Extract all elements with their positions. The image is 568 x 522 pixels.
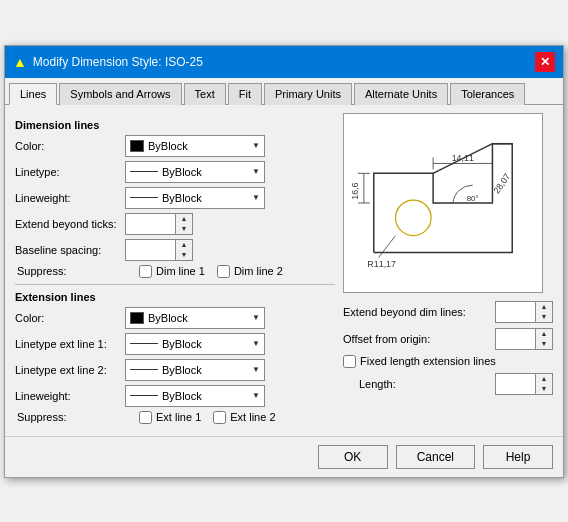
ext-suppress-label: Suppress: [17,411,127,423]
dim-line-1-label: Dim line 1 [156,265,205,277]
dim-lines-title: Dimension lines [15,119,335,131]
ext-linetype2-dropdown[interactable]: ByBlock ▼ [125,359,265,381]
ext-lineweight-row: Lineweight: ByBlock ▼ [15,385,335,407]
ext-lineweight-label: Lineweight: [15,390,125,402]
tab-primary-units[interactable]: Primary Units [264,83,352,105]
spinbox-buttons: ▲ ▼ [535,301,553,323]
offset-input[interactable]: 0 [495,328,535,350]
spinbox-up[interactable]: ▲ [536,302,552,312]
line-preview [130,369,158,370]
tab-bar: Lines Symbols and Arrows Text Fit Primar… [5,78,563,105]
bottom-bar: OK Cancel Help [5,436,563,477]
extend-ticks-spinbox[interactable]: 0 ▲ ▼ [125,213,193,235]
spinbox-down[interactable]: ▼ [176,250,192,260]
dim-linetype-dropdown[interactable]: ByBlock ▼ [125,161,265,183]
dim-suppress-row: Suppress: Dim line 1 Dim line 2 [15,265,335,278]
ext-line-1-check[interactable]: Ext line 1 [139,411,201,424]
svg-text:14,11: 14,11 [452,153,474,163]
spinbox-down[interactable]: ▼ [536,312,552,322]
ext-line-2-checkbox[interactable] [213,411,226,424]
dim-lineweight-row: Lineweight: ByBlock ▼ [15,187,335,209]
chevron-down-icon: ▼ [252,193,260,202]
preview-svg: 14,11 16,6 28,07 80° R11,17 [344,114,542,292]
title-bar: ▲ Modify Dimension Style: ISO-25 ✕ [5,46,563,78]
svg-text:R11,17: R11,17 [367,259,396,269]
preview-box: 14,11 16,6 28,07 80° R11,17 [343,113,543,293]
baseline-spinbox[interactable]: 10 ▲ ▼ [125,239,193,261]
dim-color-dropdown[interactable]: ByBlock ▼ [125,135,265,157]
dim-linetype-row: Linetype: ByBlock ▼ [15,161,335,183]
tab-text[interactable]: Text [184,83,226,105]
ext-linetype2-row: Linetype ext line 2: ByBlock ▼ [15,359,335,381]
app-icon: ▲ [13,54,27,70]
ext-lineweight-value: ByBlock [162,390,202,402]
dim-color-value: ByBlock [148,140,188,152]
dim-line-2-checkbox[interactable] [217,265,230,278]
spinbox-buttons: ▲ ▼ [535,328,553,350]
color-swatch [130,140,144,152]
tab-fit[interactable]: Fit [228,83,262,105]
dim-line-1-checkbox[interactable] [139,265,152,278]
dim-linetype-label: Linetype: [15,166,125,178]
extend-dim-spinbox[interactable]: 2 ▲ ▼ [495,301,553,323]
ext-suppress-row: Suppress: Ext line 1 Ext line 2 [15,411,335,424]
right-form: Extend beyond dim lines: 2 ▲ ▼ Offset fr… [343,301,553,395]
tab-tolerances[interactable]: Tolerances [450,83,525,105]
ok-button[interactable]: OK [318,445,388,469]
fixed-length-checkbox[interactable] [343,355,356,368]
spinbox-buttons: ▲ ▼ [175,239,193,261]
right-panel: 14,11 16,6 28,07 80° R11,17 [343,113,553,428]
spinbox-down[interactable]: ▼ [176,224,192,234]
tab-alternate-units[interactable]: Alternate Units [354,83,448,105]
help-button[interactable]: Help [483,445,553,469]
length-row: Length: 1 ▲ ▼ [343,373,553,395]
extend-dim-input[interactable]: 2 [495,301,535,323]
dim-lineweight-label: Lineweight: [15,192,125,204]
spinbox-down[interactable]: ▼ [536,339,552,349]
ext-linetype2-value: ByBlock [162,364,202,376]
dim-line-1-check[interactable]: Dim line 1 [139,265,205,278]
cancel-button[interactable]: Cancel [396,445,475,469]
baseline-spacing-label: Baseline spacing: [15,244,125,256]
svg-text:80°: 80° [467,194,479,203]
dim-line-2-label: Dim line 2 [234,265,283,277]
fixed-length-label: Fixed length extension lines [360,355,496,367]
ext-line-1-checkbox[interactable] [139,411,152,424]
tab-lines[interactable]: Lines [9,83,57,105]
dim-lineweight-dropdown[interactable]: ByBlock ▼ [125,187,265,209]
spinbox-down[interactable]: ▼ [536,384,552,394]
divider [15,284,335,285]
ext-color-row: Color: ByBlock ▼ [15,307,335,329]
spinbox-up[interactable]: ▲ [536,374,552,384]
ext-color-label: Color: [15,312,125,324]
offset-spinbox[interactable]: 0 ▲ ▼ [495,328,553,350]
ext-linetype2-label: Linetype ext line 2: [15,364,125,376]
length-label: Length: [343,378,495,390]
extend-ticks-input[interactable]: 0 [125,213,175,235]
line-preview [130,343,158,344]
dim-line-2-check[interactable]: Dim line 2 [217,265,283,278]
length-spinbox[interactable]: 1 ▲ ▼ [495,373,553,395]
extend-ticks-label: Extend beyond ticks: [15,218,125,230]
extend-dim-label: Extend beyond dim lines: [343,306,495,318]
ext-lineweight-dropdown[interactable]: ByBlock ▼ [125,385,265,407]
color-swatch [130,312,144,324]
main-content: Dimension lines Color: ByBlock ▼ Linetyp… [5,105,563,436]
spinbox-up[interactable]: ▲ [176,214,192,224]
ext-color-value: ByBlock [148,312,188,324]
baseline-input[interactable]: 10 [125,239,175,261]
svg-text:16,6: 16,6 [350,182,360,199]
ext-color-dropdown[interactable]: ByBlock ▼ [125,307,265,329]
extend-dim-row: Extend beyond dim lines: 2 ▲ ▼ [343,301,553,323]
spinbox-up[interactable]: ▲ [176,240,192,250]
length-input[interactable]: 1 [495,373,535,395]
ext-lines-title: Extension lines [15,291,335,303]
dim-suppress-label: Suppress: [17,265,127,277]
spinbox-up[interactable]: ▲ [536,329,552,339]
ext-linetype1-row: Linetype ext line 1: ByBlock ▼ [15,333,335,355]
ext-line-2-check[interactable]: Ext line 2 [213,411,275,424]
ext-linetype1-dropdown[interactable]: ByBlock ▼ [125,333,265,355]
tab-symbols-arrows[interactable]: Symbols and Arrows [59,83,181,105]
line-preview [130,197,158,198]
close-button[interactable]: ✕ [535,52,555,72]
